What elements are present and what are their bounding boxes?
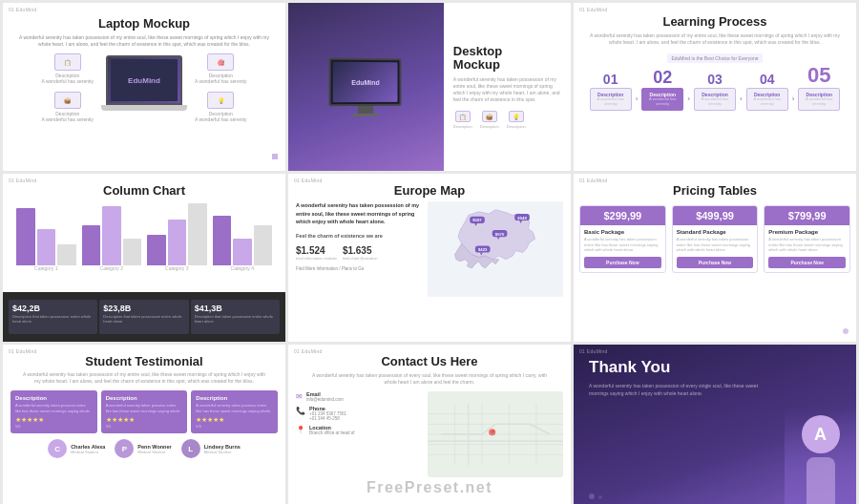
slide-contact: 01 EduMind Contact Us Here A wonderful s…: [288, 345, 571, 504]
avatar-3: L: [181, 439, 200, 458]
step3-badge-sub: A wonderful has serenity: [698, 97, 732, 107]
step-3: 03 Description A wonderful has serenity: [694, 73, 736, 111]
step2-badge: Description A wonderful has serenity: [641, 88, 683, 111]
step1-badge-sub: A wonderful has serenity: [594, 97, 628, 107]
contact-right: 📍: [428, 391, 563, 477]
arrow-2: ›: [687, 94, 690, 111]
laptop-screen-inner: EduMind: [111, 59, 178, 101]
price-3: $799,99: [768, 210, 846, 221]
arrow-3: ›: [740, 94, 743, 111]
monitor-brand: EduMind: [352, 78, 380, 85]
step4-badge: Description A wonderful has serenity: [746, 88, 788, 111]
slide3-title: Learning Process: [662, 14, 766, 29]
stat-card-1: $42,2B Description that taken possessive…: [9, 300, 97, 334]
phone-icon: 📞: [296, 407, 305, 415]
step3-num: 03: [707, 73, 723, 86]
desc-col-right: 🎯 DescriptionA wonderful has serenity 💡 …: [195, 53, 246, 122]
step4-badge-sub: A wonderful has serenity: [750, 97, 785, 107]
map-stat: $1.524 total information statistic $1.63…: [296, 245, 422, 261]
svg-text:$548: $548: [517, 216, 527, 220]
svg-text:$587: $587: [472, 219, 482, 223]
desc-box-1: 📋: [54, 53, 81, 71]
bar-1-3: [57, 244, 76, 265]
price-card-body-1: Basic Package A wonderful serenity has t…: [580, 225, 665, 272]
test-text-3: A wonderful serenity taken possess entir…: [196, 403, 273, 413]
test-stars-1: ★★★★★: [15, 416, 93, 424]
svg-text:$676: $676: [494, 232, 504, 237]
thankyou-person: A: [785, 408, 856, 504]
map-stat-val-2: $1.635: [343, 245, 378, 256]
avatar-2: P: [115, 439, 134, 458]
purchase-btn-1[interactable]: Purchase Now: [584, 257, 661, 268]
chart-labels: Category 1 Category 2 Category 3 Categor…: [12, 265, 276, 271]
location-detail: Location Branch office at head of: [309, 425, 354, 435]
arrow-4: ›: [792, 94, 795, 111]
test-count-2: 5/5: [106, 424, 183, 429]
learning-steps: 01 Description A wonderful has serenity …: [582, 65, 849, 111]
slide9-label: 01 EduMind: [579, 348, 608, 354]
test-count-3: 5/5: [196, 424, 273, 429]
desc-col-left: 📋 DescriptionA wonderful has serenity 📦 …: [42, 53, 94, 122]
slide9-title: Thank You: [589, 358, 670, 377]
svg-text:📍: 📍: [489, 430, 495, 436]
phone-val: +01 234 5367 7561 +01 344 45-258: [309, 411, 346, 421]
desktop-icons: 📋 Description 📦 Description 💡 Descriptio…: [453, 111, 561, 129]
deco-dot-9a: [589, 494, 595, 499]
step5-badge-sub: A wonderful has serenity: [802, 97, 836, 107]
price-1: $299,99: [584, 210, 661, 221]
slide-grid: 01 EduMind Laptop Mockup A wonderful ser…: [0, 0, 859, 504]
slide-pricing-tables: 01 EduMind Pricing Tables $299,99 Basic …: [574, 174, 856, 342]
price-pkg-1: Basic Package: [584, 229, 661, 235]
purchase-btn-2[interactable]: Purchase Now: [677, 257, 754, 268]
person-role-1: Medical Student: [71, 450, 105, 454]
desktop-left: EduMind: [288, 3, 444, 171]
slide1-label: 01 EduMind: [9, 7, 37, 12]
price-card-body-2: Standard Package A wonderful serenity ha…: [673, 225, 758, 272]
slide1-title: Laptop Mockup: [98, 16, 190, 31]
bar-3-2: [168, 220, 187, 265]
step2-num: 02: [653, 69, 672, 86]
cat-1: Category 1: [16, 265, 76, 271]
map-desc-bold: A wonderful serenity has taken possessio…: [296, 202, 419, 224]
slide-thank-you: 01 EduMind Thank You A wonderful serenit…: [574, 345, 856, 504]
slide-desktop-mockup: 01 EduMind EduMind Desktop Mockup A wond…: [288, 3, 571, 171]
d-icon-2: 📦 Description: [480, 111, 499, 129]
test-card-2: Description A wonderful serenity taken p…: [101, 390, 188, 433]
stat-lbl-1: Description that taken possessive entire…: [12, 315, 94, 325]
purchase-btn-3[interactable]: Purchase Now: [768, 257, 846, 268]
europe-map-svg: $587 $548 $676 $423: [428, 201, 563, 297]
test-title-3: Description: [196, 395, 273, 401]
avatar-1: C: [48, 439, 67, 458]
test-stars-3: ★★★★★: [196, 416, 273, 424]
slide-europe-map: 01 EduMind Europe Map A wonderful sereni…: [288, 174, 571, 342]
monitor-frame: EduMind: [329, 57, 402, 106]
desktop-monitor: EduMind: [329, 57, 402, 116]
desc-item-2: 📦 DescriptionA wonderful has serenity: [42, 92, 94, 122]
test-title-2: Description: [106, 395, 183, 401]
price-pkg-2: Standard Package: [677, 229, 754, 235]
test-card-1: Description A wonderful serenity taken p…: [10, 390, 97, 433]
desc-item-1: 📋 DescriptionA wonderful has serenity: [42, 53, 94, 84]
slide4-title: Column Chart: [103, 183, 185, 198]
slide-column-chart: 01 EduMind Column Chart: [3, 174, 285, 342]
laptop-mockup: EduMind: [101, 55, 187, 120]
desc-box-2: 📦: [54, 92, 81, 109]
d-icon-box-3: 💡: [509, 111, 524, 122]
chart-bars: [12, 203, 276, 265]
cat-4: Category 4: [213, 265, 273, 271]
slide5-title: Europe Map: [394, 183, 465, 198]
stat-card-3: $41,3B Description that taken possessive…: [191, 300, 280, 334]
pricing-cards: $299,99 Basic Package A wonderful sereni…: [579, 205, 850, 273]
slide3-label: 01 EduMind: [579, 7, 608, 12]
map-content: A wonderful serenity has taken possessio…: [296, 201, 563, 297]
laptop-base: [101, 105, 187, 111]
test-stars-2: ★★★★★: [106, 416, 183, 424]
email-val: info@edumind.com: [306, 397, 344, 402]
stat-val-3: $41,3B: [195, 304, 276, 313]
desc-text-1: DescriptionA wonderful has serenity: [42, 73, 94, 84]
laptop-screen: EduMind: [106, 55, 182, 105]
desc-box-3: 🎯: [207, 53, 234, 71]
slide-learning-process: 01 EduMind Learning Process A wonderful …: [574, 3, 856, 171]
map-desc-bold-text: Feel the charm of existence we are: [296, 232, 422, 241]
laptop-brand: EduMind: [128, 76, 160, 85]
